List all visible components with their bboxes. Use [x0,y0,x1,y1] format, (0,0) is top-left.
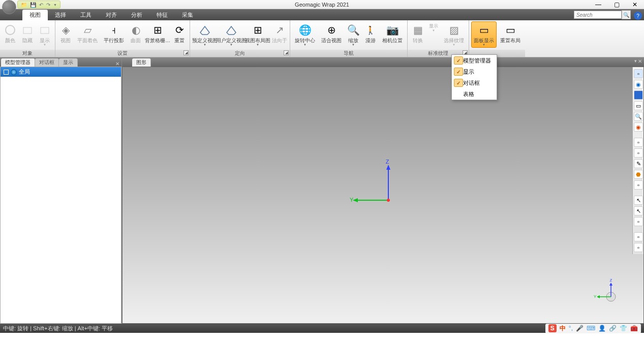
title-bar: 📁 💾 ↶ ↷ ▼ Geomagic Wrap 2021 — ▢ ✕ [0,0,644,9]
ime-person-icon[interactable]: 👤 [598,325,606,332]
ime-badge-icon[interactable]: S [548,324,557,332]
btn-parallel-proj[interactable]: ⫞平行投影 [101,21,127,45]
ribbon: 颜色 隐藏 显示▼ 对象 ◈视图 ▱平面着色 ⫞平行投影 ◐曲面 ⊞背景格栅… … [0,20,644,57]
tree-expand-icon[interactable] [4,70,9,75]
qat-dropdown-icon[interactable]: ▼ [53,3,57,7]
rt-icon-8[interactable]: ▫ [634,148,643,158]
lp-tab-display[interactable]: 显示 [59,58,78,67]
axis-gizmo-main: Z Y [348,160,419,231]
globe-icon [11,69,17,75]
btn-reset-layout[interactable]: ▭重置布局 [498,21,523,45]
tab-analyze[interactable]: 分析 [124,10,149,20]
rt-icon-11[interactable]: ▫ [634,180,643,190]
search-input[interactable] [574,11,622,19]
svg-text:Z: Z [610,278,612,283]
qat-redo-icon[interactable]: ↷ [46,2,50,8]
tab-view[interactable]: 视图 [22,10,48,20]
btn-rotate-center[interactable]: 🌐旋转中心▼ [292,21,318,48]
rt-icon-9[interactable]: ✎ [634,159,643,168]
btn-viewmode: ◈视图 [57,21,74,45]
axis-gizmo-mini[interactable]: Z Y [593,278,623,309]
close-button[interactable]: ✕ [626,0,644,9]
tab-tools[interactable]: 工具 [73,10,99,20]
svg-marker-4 [386,165,390,170]
group-label-nav: 导航 [290,50,407,57]
btn-show: 显示▼ [37,21,53,48]
svg-marker-7 [353,198,358,202]
svg-point-0 [6,25,15,35]
btn-bg-grid[interactable]: ⊞背景格栅… [145,21,170,45]
panel-display-menu: 模型管理器 显示 对话框 表格 [451,54,497,100]
ime-keyboard-icon[interactable]: ⌨ [587,325,595,332]
ime-mic-icon[interactable]: 🎤 [576,325,584,332]
rt-icon-3[interactable] [634,90,643,100]
qat-undo-icon[interactable]: ↶ [39,2,43,8]
quick-access-toolbar: 📁 💾 ↶ ↷ ▼ [17,1,60,9]
group-label-settings: 设置◢ [55,50,190,57]
menu-item-model-mgr[interactable]: 模型管理器 [452,55,497,66]
group-expander-settings[interactable]: ◢ [183,50,189,55]
menu-item-display[interactable]: 显示 [452,66,497,77]
tab-select[interactable]: 选择 [48,10,73,20]
rt-icon-15[interactable]: ▫ [634,232,643,241]
status-hint: 中键: 旋转 | Shift+右键: 缩放 | Alt+中键: 平移 [3,325,113,332]
btn-walk[interactable]: 🚶漫游 [362,21,379,45]
btn-hide: 隐藏 [19,21,36,45]
right-toolbar: ▫ ◉ ▭ 🔍 ◉ ▫ ▫ ✎ ⬣ ▫ ↖ ↖ ▫ ▫ ▫ [632,67,643,254]
menu-item-table[interactable]: 表格 [452,88,497,100]
svg-point-9 [387,199,390,202]
btn-panel-display[interactable]: ▭面板显示▼ [471,21,497,48]
ime-punct-icon[interactable]: °, [569,325,573,332]
btn-reset[interactable]: ⟳重置 [171,21,188,45]
vp-tab-graphics[interactable]: 图形 [132,58,151,67]
vp-dropdown-icon[interactable]: ▾ [634,58,637,64]
group-label-orient: 定向◢ [190,50,290,57]
ime-skin-icon[interactable]: 👕 [620,325,627,332]
btn-camera-pos[interactable]: 📷相机位置 [380,21,405,45]
group-expander-orient[interactable]: ◢ [284,50,289,55]
lp-tab-dialog[interactable]: 对话框 [35,58,59,67]
ribbon-tab-strip: 视图 选择 工具 对齐 分析 特征 采集 🔍 ? [0,9,644,20]
tab-align[interactable]: 对齐 [99,10,124,20]
rt-icon-10[interactable]: ⬣ [634,170,643,179]
btn-user-view[interactable]: 用户定义视图▼ [219,21,244,48]
rt-icon-4[interactable]: ▭ [634,101,643,110]
ime-toolbox-icon[interactable]: 🧰 [630,325,638,332]
left-panel: 模型管理器 对话框 显示 ✕ 全局 [0,57,122,324]
help-button[interactable]: ? [634,12,642,20]
rt-icon-14[interactable]: ▫ [634,217,643,226]
viewport-3d[interactable]: Z Y Z Y ▫ ◉ ▭ 🔍 [122,67,644,324]
search-button[interactable]: 🔍 [622,10,631,19]
menu-item-dialog[interactable]: 对话框 [452,77,497,88]
svg-marker-12 [609,283,612,286]
app-menu-orb[interactable] [2,0,16,14]
maximize-button[interactable]: ▢ [607,0,626,9]
vp-close-icon[interactable]: ✕ [638,58,642,64]
tab-capture[interactable]: 采集 [175,10,200,20]
tree-root-global[interactable]: 全局 [1,67,121,77]
qat-save-icon[interactable]: 💾 [30,2,36,8]
btn-view-layout[interactable]: ⊞视图布局图▼ [245,21,270,48]
rt-icon-7[interactable]: ▫ [634,138,643,147]
btn-predef-view[interactable]: 预定义视图▼ [192,21,218,48]
lp-close-icon[interactable]: ✕ [115,61,119,67]
tab-feature[interactable]: 特征 [149,10,175,20]
btn-fit-view[interactable]: ⊕适合视图 [319,21,344,45]
rt-icon-13[interactable]: ↖ [634,206,643,215]
ime-lang[interactable]: 中 [560,324,566,333]
rt-icon-5[interactable]: 🔍 [634,112,643,121]
minimize-button[interactable]: — [589,0,607,9]
rt-icon-12[interactable]: ↖ [634,196,643,205]
rt-icon-6[interactable]: ◉ [634,122,643,132]
svg-rect-1 [23,27,32,34]
qat-open-icon[interactable]: 📁 [21,2,27,8]
svg-text:Y: Y [594,294,597,299]
btn-show-tex: 显示▼ [427,21,440,34]
status-bar: 中键: 旋转 | Shift+右键: 缩放 | Alt+中键: 平移 S 中 °… [0,324,644,333]
rt-icon-2[interactable]: ◉ [634,80,643,89]
ime-link-icon[interactable]: 🔗 [609,325,617,332]
rt-icon-1[interactable]: ▫ [634,69,643,78]
lp-tab-model-mgr[interactable]: 模型管理器 [1,58,35,67]
rt-icon-16[interactable]: ▫ [634,243,643,252]
btn-zoom[interactable]: 🔍缩放▼ [345,21,361,48]
